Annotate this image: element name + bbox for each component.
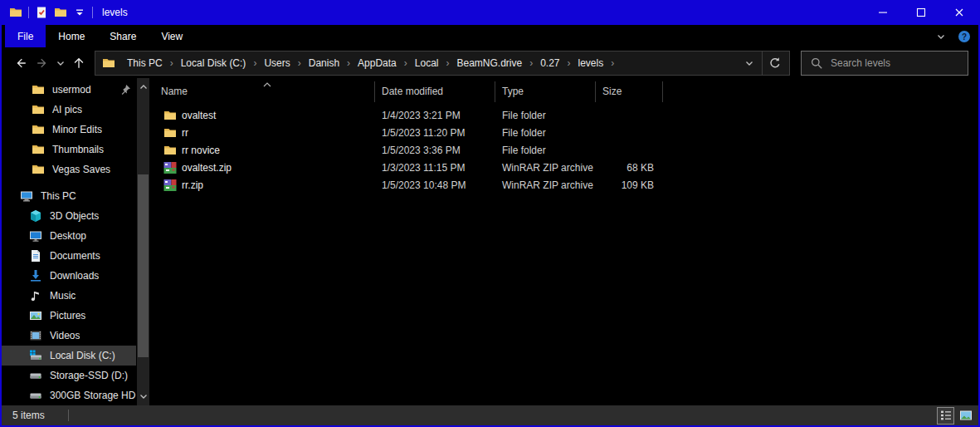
tab-home[interactable]: Home xyxy=(46,25,97,47)
breadcrumb-separator[interactable]: › xyxy=(250,57,260,69)
sidebar-item-thumbnails[interactable]: Thumbnails xyxy=(2,140,136,160)
sidebar-item-ai-pics[interactable]: AI pics xyxy=(2,100,136,120)
music-icon xyxy=(29,289,42,302)
sidebar-item-local-disk-c[interactable]: Local Disk (C:) xyxy=(2,346,136,366)
sidebar-item-usermod[interactable]: usermod xyxy=(2,80,136,100)
sidebar-item-videos[interactable]: Videos xyxy=(2,326,136,346)
file-type: WinRAR ZIP archive xyxy=(495,162,596,174)
folder-icon xyxy=(32,123,45,136)
folder-icon xyxy=(163,126,177,140)
details-view-button[interactable] xyxy=(937,407,954,425)
breadcrumb-separator[interactable]: › xyxy=(344,57,353,69)
breadcrumb-item-levels[interactable]: levels xyxy=(574,56,608,71)
details-view-icon xyxy=(939,409,953,422)
qat-dropdown-icon[interactable] xyxy=(73,6,86,19)
breadcrumb-separator[interactable]: › xyxy=(401,57,411,69)
sidebar-item-desktop[interactable]: Desktop xyxy=(2,226,136,246)
breadcrumb-separator[interactable]: › xyxy=(564,57,574,69)
title-bar: levels xyxy=(2,0,978,25)
up-button[interactable] xyxy=(68,52,90,74)
scrollbar-thumb[interactable] xyxy=(138,174,149,357)
breadcrumb-item-local-disk-c[interactable]: Local Disk (C:) xyxy=(177,56,251,71)
scroll-up-icon[interactable] xyxy=(137,81,150,94)
sidebar-item-3d-objects[interactable]: 3D Objects xyxy=(2,206,136,226)
sidebar-list: usermodAI picsMinor EditsThumbnailsVegas… xyxy=(2,80,152,405)
help-icon[interactable]: ? xyxy=(958,30,971,43)
navigation-pane: usermodAI picsMinor EditsThumbnailsVegas… xyxy=(2,78,152,405)
sort-ascending-icon xyxy=(261,79,274,92)
sidebar-item-documents[interactable]: Documents xyxy=(2,246,136,266)
breadcrumb-item-local[interactable]: Local xyxy=(411,56,443,71)
ribbon-tab-bar: FileHomeShareView ? xyxy=(2,25,978,47)
sidebar-item-music[interactable]: Music xyxy=(2,286,136,306)
column-header-date-modified[interactable]: Date modified xyxy=(375,81,495,102)
drive-icon xyxy=(29,369,42,382)
address-bar[interactable]: This PC›Local Disk (C:)›Users›Danish›App… xyxy=(95,51,790,76)
expand-ribbon-icon[interactable] xyxy=(934,30,948,43)
forward-button[interactable] xyxy=(32,52,53,74)
status-bar: 5 items xyxy=(2,405,978,425)
breadcrumb-item-beamng-drive[interactable]: BeamNG.drive xyxy=(452,56,526,71)
sidebar-item-label: Storage-SSD (D:) xyxy=(50,370,128,381)
this-pc-icon xyxy=(20,189,33,203)
column-header-type[interactable]: Type xyxy=(495,81,596,102)
breadcrumb-item-appdata[interactable]: AppData xyxy=(353,56,401,71)
file-row-ovaltest-zip[interactable]: ovaltest.zip1/3/2023 11:15 PMWinRAR ZIP … xyxy=(154,159,978,176)
sidebar-item-storage-ssd-d[interactable]: Storage-SSD (D:) xyxy=(2,366,136,385)
status-separator xyxy=(68,410,69,421)
sidebar-item-minor-edits[interactable]: Minor Edits xyxy=(2,120,136,140)
breadcrumb-item-danish[interactable]: Danish xyxy=(305,56,344,71)
recent-locations-button[interactable] xyxy=(53,52,68,74)
svg-text:?: ? xyxy=(962,32,967,41)
breadcrumb-item-0-27[interactable]: 0.27 xyxy=(536,56,563,71)
file-type: File folder xyxy=(495,127,596,139)
sidebar-item-vegas-saves[interactable]: Vegas Saves xyxy=(2,160,136,179)
maximize-button[interactable] xyxy=(902,0,940,25)
breadcrumb-separator[interactable]: › xyxy=(442,57,452,69)
documents-icon xyxy=(29,249,42,263)
close-button[interactable] xyxy=(940,0,978,25)
address-dropdown-button[interactable] xyxy=(737,52,762,75)
sidebar-item-label: Music xyxy=(50,290,76,302)
breadcrumb-separator[interactable]: › xyxy=(295,57,305,69)
file-name: ovaltest xyxy=(182,110,216,121)
breadcrumb-item-this-pc[interactable]: This PC xyxy=(123,56,167,71)
sidebar-item-label: Videos xyxy=(50,330,80,341)
file-row-rr[interactable]: rr1/5/2023 11:20 PMFile folder xyxy=(154,124,978,141)
sidebar-item-pictures[interactable]: Pictures xyxy=(2,306,136,326)
minimize-button[interactable] xyxy=(864,0,902,25)
new-folder-icon[interactable] xyxy=(54,6,67,19)
tab-file[interactable]: File xyxy=(5,25,46,47)
breadcrumb-item-users[interactable]: Users xyxy=(260,56,294,71)
back-button[interactable] xyxy=(10,52,32,74)
file-date-modified: 1/4/2023 3:21 PM xyxy=(375,110,495,121)
breadcrumb-separator[interactable]: › xyxy=(607,57,617,69)
chevron-down-icon xyxy=(743,56,756,70)
sidebar-item-label: Downloads xyxy=(50,270,99,282)
explorer-window: levels FileHomeShareView ? This PC›Local… xyxy=(0,0,980,427)
sidebar-scrollbar[interactable] xyxy=(137,78,149,405)
column-header-size[interactable]: Size xyxy=(596,81,663,102)
address-folder-icon xyxy=(102,56,115,70)
file-row-ovaltest[interactable]: ovaltest1/4/2023 3:21 PMFile folder xyxy=(154,106,978,124)
search-input[interactable] xyxy=(831,57,959,69)
scroll-down-icon[interactable] xyxy=(137,390,150,403)
thumbnails-view-button[interactable] xyxy=(957,407,974,425)
sidebar-item-label: 3D Objects xyxy=(50,210,99,222)
breadcrumb-separator[interactable]: › xyxy=(526,57,536,69)
sidebar-item-this-pc[interactable]: This PC xyxy=(2,186,136,206)
file-row-rr-novice[interactable]: rr novice1/5/2023 3:36 PMFile folder xyxy=(154,141,978,159)
file-row-rr-zip[interactable]: rr.zip1/5/2023 10:48 PMWinRAR ZIP archiv… xyxy=(154,176,978,194)
sidebar-item-300gb-storage-hdd[interactable]: 300GB Storage HDD xyxy=(2,385,136,405)
tab-share[interactable]: Share xyxy=(97,25,149,47)
minimize-icon xyxy=(876,6,890,19)
properties-icon[interactable] xyxy=(35,6,48,19)
breadcrumb-separator[interactable]: › xyxy=(167,57,177,69)
sidebar-item-downloads[interactable]: Downloads xyxy=(2,266,136,286)
folder-icon xyxy=(163,109,177,122)
search-box[interactable] xyxy=(801,51,968,76)
refresh-button[interactable] xyxy=(763,52,787,75)
tab-view[interactable]: View xyxy=(149,25,195,47)
refresh-icon xyxy=(768,56,782,70)
ribbon-right-controls: ? xyxy=(934,25,971,47)
